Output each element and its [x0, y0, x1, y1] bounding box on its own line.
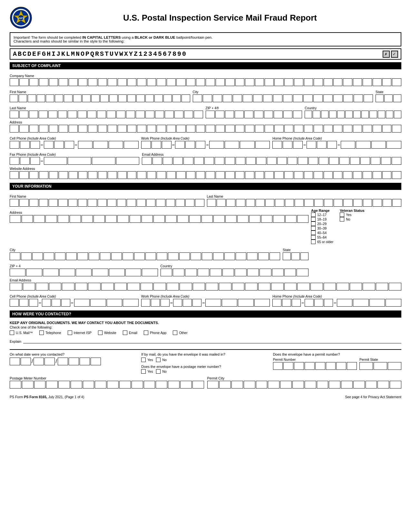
contact-website-label: Website [104, 331, 116, 335]
contact-internet-checkbox[interactable] [68, 330, 72, 335]
info-email-label: Email Address [10, 278, 401, 282]
info-workphone-input[interactable]: – – [141, 299, 270, 307]
contact-telephone-checkbox[interactable] [39, 330, 44, 335]
postage-meter-input[interactable] [10, 381, 204, 389]
postage-no-checkbox[interactable] [156, 369, 161, 374]
veteran-yes[interactable]: Yes [340, 212, 364, 217]
envelope-q-label: If by mail, do you have the envelope it … [141, 352, 269, 356]
info-homephone-input[interactable]: – – [272, 299, 401, 307]
contact-phoneapp-label: Phone App [150, 331, 166, 335]
svg-text:USPS: USPS [17, 17, 24, 20]
envelope-no-label: No [162, 358, 166, 362]
info-firstname-input[interactable] [10, 199, 204, 207]
age-18-19-checkbox[interactable] [311, 217, 316, 222]
age-55-64-checkbox[interactable] [311, 235, 316, 240]
how-contacted-section: HOW WERE YOU CONTACTED? KEEP ANY ORIGINA… [10, 310, 401, 345]
postage-no[interactable]: No [156, 369, 166, 374]
info-cellphone-input[interactable]: – – [10, 299, 139, 307]
envelope-no[interactable]: No [156, 358, 166, 362]
info-state-label: State [283, 248, 308, 252]
contact-internet[interactable]: Internet ISP [68, 330, 92, 335]
veteran-yes-checkbox[interactable] [340, 212, 344, 217]
subject-city-group: City [193, 88, 373, 102]
page-title: U.S. Postal Inspection Service Mail Frau… [39, 13, 401, 23]
contact-phoneapp[interactable]: Phone App [144, 330, 166, 335]
envelope-yes[interactable]: Yes [141, 358, 153, 362]
subject-website-input[interactable] [10, 171, 401, 179]
info-zip-label: ZIP + 4 [10, 264, 158, 268]
age-30-39[interactable]: 30–39 [311, 226, 333, 231]
subject-cellphone-label: Cell Phone (Include Area Code) [10, 136, 139, 140]
subject-cellphone-input[interactable]: – – [10, 141, 139, 149]
permit-city-input[interactable] [207, 381, 402, 389]
envelope-yes-no: Yes No [141, 358, 269, 362]
info-city-label: City [10, 248, 280, 252]
date-input[interactable]: / / [10, 358, 138, 365]
subject-lastname-label: Last Name [10, 106, 203, 110]
postage-yes-no: Yes No [141, 369, 269, 374]
age-12-17-checkbox[interactable] [311, 212, 316, 217]
contact-phoneapp-checkbox[interactable] [144, 330, 148, 335]
contact-email-checkbox[interactable] [123, 330, 127, 335]
permit-state-input[interactable] [359, 362, 401, 370]
age-65plus[interactable]: 65 or older [311, 240, 333, 244]
your-info-header: YOUR INFORMATION [10, 183, 401, 190]
veteran-no[interactable]: No [340, 217, 364, 222]
age-40-54[interactable]: 40–54 [311, 231, 333, 235]
permit-number-input[interactable] [273, 362, 357, 370]
contact-telephone[interactable]: Telephone [39, 330, 61, 335]
postage-yes-checkbox[interactable] [141, 369, 146, 374]
age-65plus-checkbox[interactable] [311, 240, 316, 244]
age-30-39-checkbox[interactable] [311, 226, 316, 231]
envelope-yes-checkbox[interactable] [141, 358, 146, 362]
info-zip-input[interactable] [10, 269, 158, 276]
contact-usmail[interactable]: U.S. Mail™ [10, 330, 33, 335]
keep-docs-text: KEEP ANY ORIGINAL DOCUMENTS. WE MAY CONT… [10, 321, 401, 325]
info-address-label: Address [10, 211, 308, 214]
contact-usmail-checkbox[interactable] [10, 330, 14, 335]
subject-email-input[interactable] [142, 157, 401, 165]
subject-zip-input[interactable] [206, 111, 302, 118]
info-city-group: City [10, 246, 280, 260]
contact-other[interactable]: Other [173, 330, 187, 335]
info-lastname-input[interactable] [207, 199, 402, 207]
usps-logo: USPS [10, 6, 32, 29]
subject-country-input[interactable] [305, 111, 401, 118]
age-18-19[interactable]: 18–19 [311, 217, 333, 222]
postage-yes[interactable]: Yes [141, 369, 153, 374]
company-name-input[interactable] [10, 78, 401, 86]
contact-website-checkbox[interactable] [98, 330, 103, 335]
contact-website[interactable]: Website [98, 330, 116, 335]
subject-homephone-input[interactable]: – – [272, 141, 401, 149]
subject-address-input[interactable] [10, 125, 401, 133]
subject-state-input[interactable] [376, 94, 401, 102]
explain-line[interactable] [23, 338, 401, 343]
subject-country-label: Country [305, 106, 401, 110]
info-country-input[interactable] [161, 269, 309, 276]
explain-row: Explain [10, 338, 401, 343]
contact-other-checkbox[interactable] [173, 330, 177, 335]
age-range-heading: Age Range [311, 209, 333, 212]
envelope-no-checkbox[interactable] [156, 358, 161, 362]
subject-fax-input[interactable]: – [10, 157, 139, 165]
contact-email[interactable]: Email [123, 330, 137, 335]
permit-group: Does the envelope have a permit number? … [273, 352, 401, 374]
info-address-input[interactable] [10, 215, 308, 223]
age-20-29-checkbox[interactable] [311, 222, 316, 226]
subject-workphone-input[interactable]: – – [141, 141, 270, 149]
subject-lastname-input[interactable] [10, 111, 203, 118]
checkbox-sample-group: ✗ ✓ [383, 51, 398, 58]
subject-fax-group: Fax Phone (Include Area Code) – [10, 151, 139, 165]
info-state-input[interactable] [283, 252, 308, 260]
subject-firstname-input[interactable] [10, 94, 190, 102]
age-40-54-checkbox[interactable] [311, 231, 316, 235]
info-email-input[interactable] [10, 283, 401, 291]
page-header: USPS U.S. Postal Inspection Service Mail… [10, 6, 401, 29]
alphabet-text: ABCDEFGHIJKLMNOPQRSTUVWXYZ1234567890 [13, 50, 380, 58]
age-55-64[interactable]: 55–64 [311, 235, 333, 240]
subject-city-input[interactable] [193, 94, 373, 102]
age-20-29[interactable]: 20–29 [311, 222, 333, 226]
info-city-input[interactable] [10, 252, 280, 260]
age-12-17[interactable]: 12–17 [311, 212, 333, 217]
veteran-no-checkbox[interactable] [340, 217, 344, 222]
